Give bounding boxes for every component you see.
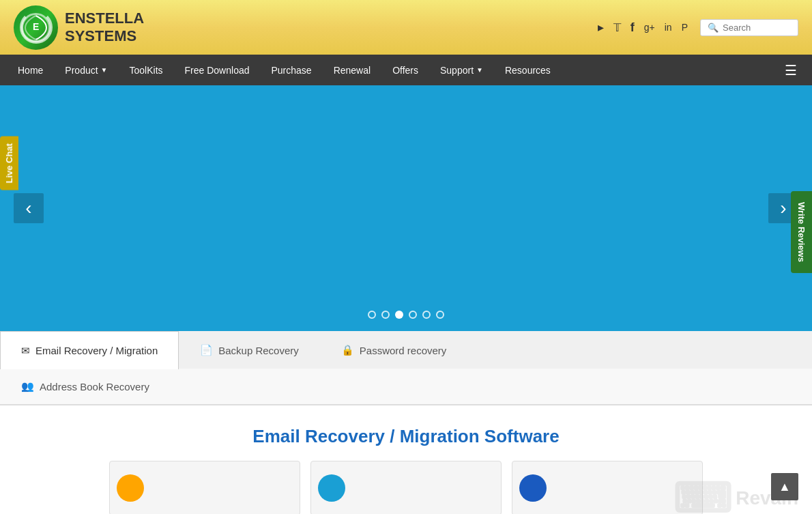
nav-offers[interactable]: Offers (381, 55, 429, 85)
social-icons: ▸ 𝕋 f g+ in P (598, 20, 688, 35)
carousel-dots (368, 311, 444, 319)
tab-password-recovery-label: Password recovery (360, 345, 447, 356)
live-chat-label: Live Chat (4, 143, 14, 184)
file-icon: 📄 (200, 344, 213, 356)
carousel: ‹ › (0, 85, 812, 331)
pinterest-icon[interactable]: P (682, 22, 688, 33)
logo-icon: E (14, 5, 58, 50)
product-dropdown-arrow: ▼ (101, 66, 108, 74)
product-card-2[interactable] (310, 461, 502, 514)
support-dropdown-arrow: ▼ (476, 66, 483, 74)
write-reviews-label: Write Reviews (796, 202, 807, 262)
nav-resources[interactable]: Resources (494, 55, 562, 85)
google-plus-icon[interactable]: g+ (644, 22, 655, 33)
carousel-dot-4[interactable] (409, 311, 417, 319)
tab-backup-recovery[interactable]: 📄 Backup Recovery (179, 331, 320, 369)
search-input[interactable] (723, 23, 791, 33)
nav-home[interactable]: Home (7, 55, 54, 85)
header-right: ▸ 𝕋 f g+ in P 🔍 (598, 19, 798, 36)
card-icon-1 (117, 474, 144, 502)
logo-area: E ENSTELLA SYSTEMS (14, 5, 144, 50)
search-box[interactable]: 🔍 (700, 19, 798, 36)
tabs-row-1: ✉ Email Recovery / Migration 📄 Backup Re… (0, 331, 812, 369)
card-icon-2 (318, 474, 345, 502)
navbar: Home Product ▼ ToolKits Free Download Pu… (0, 55, 812, 85)
site-header: E ENSTELLA SYSTEMS ▸ 𝕋 f g+ in P 🔍 (0, 0, 812, 55)
contact-icon: 👥 (21, 380, 34, 392)
scroll-top-icon: ▲ (779, 480, 791, 494)
write-reviews-button[interactable]: Write Reviews (791, 191, 812, 273)
tab-address-book[interactable]: 👥 Address Book Recovery (0, 369, 171, 404)
carousel-dot-5[interactable] (422, 311, 431, 319)
carousel-prev[interactable]: ‹ (14, 193, 44, 223)
nav-renewal[interactable]: Renewal (323, 55, 381, 85)
card-icon-3 (519, 474, 547, 502)
facebook-icon[interactable]: f (630, 20, 635, 35)
scroll-top-button[interactable]: ▲ (771, 473, 798, 500)
nav-purchase[interactable]: Purchase (260, 55, 322, 85)
nav-support[interactable]: Support ▼ (429, 55, 494, 85)
svg-text:E: E (33, 21, 39, 32)
tab-email-recovery-label: Email Recovery / Migration (35, 345, 158, 356)
carousel-dot-2[interactable] (381, 311, 390, 319)
product-card-1[interactable] (109, 461, 300, 514)
content-area: Email Recovery / Migration Software ⌨ Re… (0, 405, 812, 514)
envelope-icon: ✉ (21, 345, 30, 357)
carousel-dot-1[interactable] (368, 311, 376, 319)
revain-q-icon: ⌨ (673, 474, 732, 514)
lock-icon: 🔒 (341, 344, 354, 356)
nav-toolkits[interactable]: ToolKits (119, 55, 174, 85)
rss-icon[interactable]: ▸ (598, 20, 604, 35)
carousel-dot-3[interactable] (395, 311, 403, 319)
nav-free-download[interactable]: Free Download (174, 55, 261, 85)
hamburger-menu[interactable]: ☰ (777, 62, 805, 78)
tabs-section: ✉ Email Recovery / Migration 📄 Backup Re… (0, 331, 812, 405)
nav-items: Home Product ▼ ToolKits Free Download Pu… (7, 55, 777, 85)
twitter-icon[interactable]: 𝕋 (613, 21, 621, 34)
carousel-dot-6[interactable] (436, 311, 444, 319)
tabs-row-2: 👥 Address Book Recovery (0, 369, 812, 405)
brand-name: ENSTELLA SYSTEMS (65, 10, 144, 46)
tab-address-book-label: Address Book Recovery (40, 381, 149, 392)
nav-product[interactable]: Product ▼ (54, 55, 118, 85)
tab-password-recovery[interactable]: 🔒 Password recovery (320, 331, 468, 369)
tab-email-recovery[interactable]: ✉ Email Recovery / Migration (0, 331, 179, 369)
tab-backup-recovery-label: Backup Recovery (218, 345, 299, 356)
live-chat-button[interactable]: Live Chat (0, 137, 18, 190)
search-icon: 🔍 (708, 23, 719, 33)
svg-point-0 (23, 14, 50, 41)
section-title: Email Recovery / Migration Software (14, 426, 798, 447)
linkedin-icon[interactable]: in (665, 22, 672, 33)
